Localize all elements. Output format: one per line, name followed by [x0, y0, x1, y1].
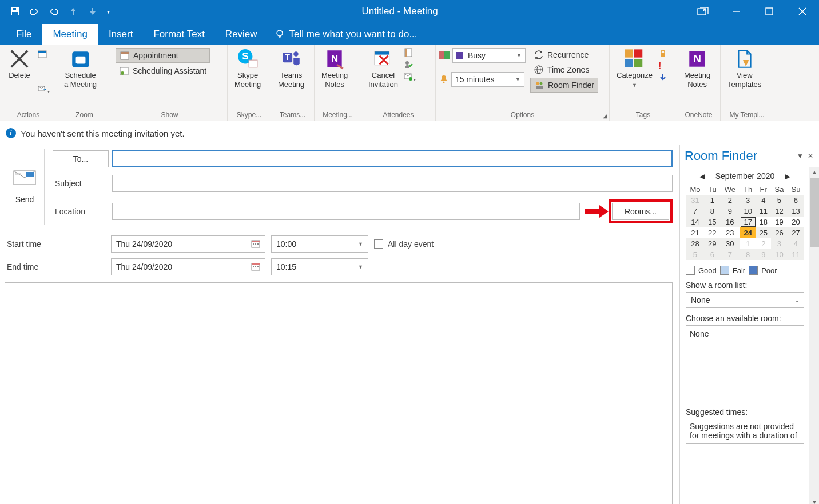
address-book-icon[interactable]: [404, 48, 416, 59]
minimize-icon[interactable]: [719, 0, 753, 23]
calendar-day[interactable]: 19: [771, 217, 788, 227]
tab-file[interactable]: File: [6, 24, 42, 45]
response-options-icon[interactable]: ▾: [404, 72, 416, 83]
scroll-thumb[interactable]: [810, 178, 819, 247]
calendar-day[interactable]: 31: [686, 195, 705, 206]
calendar-day[interactable]: 21: [686, 227, 705, 238]
calendar-day[interactable]: 7: [720, 249, 740, 260]
pane-scrollbar[interactable]: ▲ ▼: [809, 167, 819, 504]
check-names-icon[interactable]: [404, 60, 416, 71]
tab-insert[interactable]: Insert: [98, 24, 144, 45]
tab-review[interactable]: Review: [215, 24, 268, 45]
down-arrow-icon[interactable]: [84, 3, 102, 20]
calendar-day[interactable]: 4: [756, 195, 771, 206]
calendar-day[interactable]: 15: [705, 217, 720, 227]
time-zones-button[interactable]: Time Zones: [530, 63, 598, 77]
scroll-up-icon[interactable]: ▲: [809, 167, 819, 177]
pane-close-icon[interactable]: ✕: [806, 152, 814, 160]
view-templates-button[interactable]: View Templates: [723, 46, 766, 91]
calendar-day[interactable]: 5: [771, 195, 788, 206]
room-finder-button[interactable]: Room Finder: [530, 78, 598, 93]
maximize-icon[interactable]: [753, 0, 786, 23]
send-button[interactable]: Send: [5, 149, 45, 225]
calendar-day[interactable]: 25: [756, 227, 771, 238]
appointment-button[interactable]: Appointment: [116, 48, 210, 63]
low-importance-icon[interactable]: [658, 73, 667, 83]
calendar-day[interactable]: 2: [720, 195, 740, 206]
popout-icon[interactable]: [686, 0, 719, 23]
calendar-day[interactable]: 4: [788, 238, 804, 249]
options-dialog-launcher[interactable]: ◢: [603, 113, 607, 119]
to-button[interactable]: To...: [53, 150, 109, 167]
calendar-day[interactable]: 1: [740, 238, 756, 249]
calendar-day[interactable]: 2: [756, 238, 771, 249]
onenote-notes-button[interactable]: N Meeting Notes: [679, 46, 715, 91]
skype-meeting-button[interactable]: S Skype Meeting: [230, 46, 265, 91]
start-date-picker[interactable]: Thu 24/09/2020: [111, 235, 265, 253]
redo-icon[interactable]: [45, 3, 63, 20]
scroll-down-icon[interactable]: ▼: [809, 497, 819, 504]
calendar-day[interactable]: 3: [740, 195, 756, 206]
calendar-day[interactable]: 24: [740, 227, 756, 238]
calendar-day[interactable]: 16: [720, 217, 740, 227]
calendar-day[interactable]: 27: [788, 227, 804, 238]
calendar-day[interactable]: 9: [720, 206, 740, 217]
calendar-day[interactable]: 28: [686, 238, 705, 249]
calendar-day[interactable]: 22: [705, 227, 720, 238]
schedule-meeting-button[interactable]: Schedule a Meeting: [59, 46, 101, 91]
meeting-notes-button[interactable]: N Meeting Notes: [317, 46, 352, 91]
calendar-day[interactable]: 26: [771, 227, 788, 238]
private-lock-icon[interactable]: [658, 49, 667, 60]
up-arrow-icon[interactable]: [64, 3, 82, 20]
delete-button[interactable]: Delete: [2, 46, 37, 82]
calendar-day[interactable]: 20: [788, 217, 804, 227]
calendar-day[interactable]: 11: [788, 249, 804, 260]
all-day-checkbox[interactable]: All day event: [374, 239, 673, 249]
calendar-mini-icon[interactable]: [38, 49, 50, 60]
reminder-combo[interactable]: 15 minutes▼: [451, 72, 524, 87]
calendar-day[interactable]: 5: [686, 249, 705, 260]
rooms-button[interactable]: Rooms...: [612, 203, 669, 220]
end-time-picker[interactable]: 10:15▼: [271, 258, 368, 275]
calendar-day[interactable]: 6: [788, 195, 804, 206]
show-as-combo[interactable]: Busy▼: [452, 48, 526, 63]
cancel-invitation-button[interactable]: Cancel Invitation: [364, 46, 403, 91]
calendar-day[interactable]: 6: [705, 249, 720, 260]
prev-month-button[interactable]: ◀: [699, 172, 705, 181]
calendar-day[interactable]: 29: [705, 238, 720, 249]
pane-dropdown-icon[interactable]: ▼: [796, 152, 804, 160]
calendar-day[interactable]: 12: [771, 206, 788, 217]
forward-mini-icon[interactable]: ▾: [38, 84, 50, 95]
calendar-day[interactable]: 3: [771, 238, 788, 249]
tab-format-text[interactable]: Format Text: [143, 24, 214, 45]
calendar-day[interactable]: 17: [740, 217, 756, 227]
calendar-day[interactable]: 14: [686, 217, 705, 227]
subject-input[interactable]: [112, 175, 673, 192]
tell-me-search[interactable]: Tell me what you want to do...: [268, 24, 424, 45]
recurrence-button[interactable]: Recurrence: [530, 48, 598, 62]
qat-customize-icon[interactable]: ▾: [103, 3, 113, 20]
calendar-day[interactable]: 23: [720, 227, 740, 238]
calendar-day[interactable]: 8: [740, 249, 756, 260]
end-date-picker[interactable]: Thu 24/09/2020: [111, 258, 265, 275]
start-time-picker[interactable]: 10:00▼: [271, 235, 368, 253]
meeting-body-editor[interactable]: [5, 282, 673, 504]
categorize-button[interactable]: Categorize▼: [612, 46, 657, 91]
close-icon[interactable]: [786, 0, 819, 23]
high-importance-icon[interactable]: !: [658, 61, 667, 71]
calendar-day[interactable]: 13: [788, 206, 804, 217]
to-input[interactable]: [112, 150, 673, 167]
available-rooms-list[interactable]: None: [686, 325, 804, 399]
calendar-day[interactable]: 30: [720, 238, 740, 249]
calendar-day[interactable]: 1: [705, 195, 720, 206]
next-month-button[interactable]: ▶: [785, 172, 790, 181]
calendar-day[interactable]: 18: [756, 217, 771, 227]
calendar-day[interactable]: 7: [686, 206, 705, 217]
undo-icon[interactable]: [25, 3, 43, 20]
calendar-day[interactable]: 8: [705, 206, 720, 217]
calendar-day[interactable]: 11: [756, 206, 771, 217]
scheduling-assistant-button[interactable]: Scheduling Assistant: [116, 64, 210, 78]
save-icon[interactable]: [6, 3, 24, 20]
calendar-day[interactable]: 9: [756, 249, 771, 260]
calendar-day[interactable]: 10: [771, 249, 788, 260]
